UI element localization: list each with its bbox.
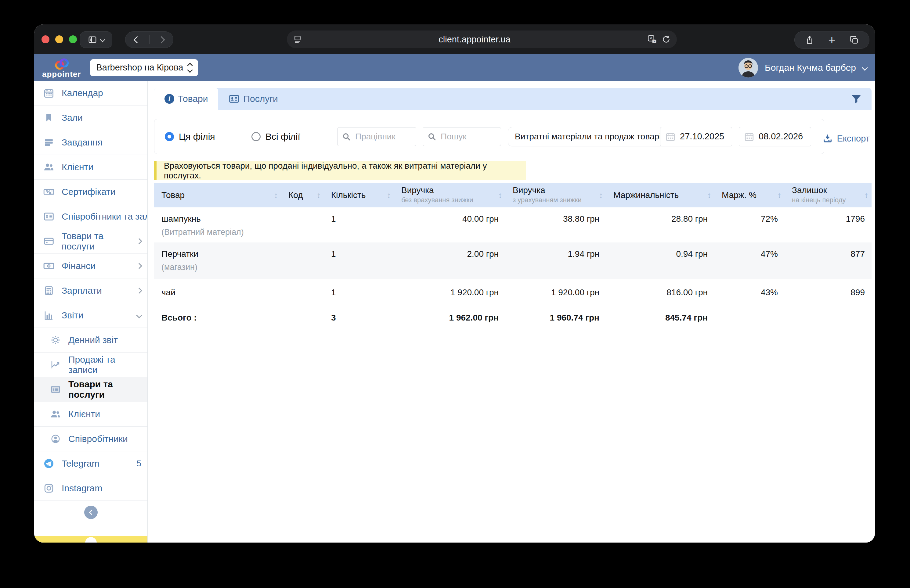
sidebar-item-goods-services[interactable]: Товари та послуги <box>34 229 147 254</box>
tab-bar: i Товари Послуги <box>154 88 871 110</box>
search-icon <box>342 132 351 141</box>
reload-icon[interactable] <box>662 35 671 44</box>
bar-chart-icon <box>43 310 55 321</box>
calendar-icon <box>744 131 755 142</box>
sort-icon[interactable]: ↕ <box>387 191 391 200</box>
share-icon[interactable] <box>805 35 814 45</box>
sort-icon[interactable]: ↕ <box>599 191 603 200</box>
support-bubble <box>85 537 97 543</box>
sidebar-item-staff-halls[interactable]: Співробітники та зали <box>34 204 147 229</box>
filter-icon[interactable] <box>850 93 862 105</box>
table-header-row: Товар↕ Код↕ Кількість↕ Виручкабез врахув… <box>154 183 871 207</box>
user-circle-icon <box>49 434 62 444</box>
bookmark-icon <box>43 113 55 123</box>
id-card-icon <box>228 93 240 104</box>
sidebar-item-clients-report[interactable]: Клієнти <box>34 402 147 426</box>
table-icon <box>49 384 62 395</box>
sort-icon[interactable]: ↕ <box>865 191 869 200</box>
column-header-margin-pct[interactable]: Марж. %↕ <box>714 183 785 207</box>
translate-icon[interactable] <box>647 34 657 45</box>
sidebar-item-staff-report[interactable]: Співробітники <box>34 426 147 451</box>
avatar <box>738 58 758 78</box>
radio-all-branches[interactable]: Всі філії <box>251 131 300 142</box>
sidebar-item-reports[interactable]: Звіти <box>34 303 147 328</box>
money-icon <box>43 260 55 272</box>
browser-window: client.appointer.ua + appointer Barbersh… <box>34 24 875 543</box>
app-logo-text: appointer <box>42 71 81 78</box>
radio-this-branch[interactable]: Ця філія <box>165 131 215 142</box>
sort-icon[interactable]: ↕ <box>498 191 503 200</box>
support-banner[interactable] <box>34 536 147 543</box>
radio-on-icon <box>165 132 174 141</box>
back-button[interactable] <box>125 32 149 48</box>
close-button[interactable] <box>42 36 49 43</box>
zoom-button[interactable] <box>69 36 77 43</box>
sidebar-item-calendar[interactable]: Календар <box>34 81 147 105</box>
search-input[interactable] <box>440 131 497 142</box>
date-from-field[interactable]: 27.10.2025 <box>660 127 732 146</box>
browser-chrome: client.appointer.ua + <box>34 24 875 54</box>
table-row[interactable]: шампукнь(Витратний матеріал) 1 40.00 грн… <box>154 207 871 242</box>
sort-icon[interactable]: ↕ <box>777 191 782 200</box>
user-menu[interactable]: Богдан Кучма барбер <box>738 58 867 78</box>
column-header-revenue[interactable]: Виручкабез врахування знижки↕ <box>394 183 505 207</box>
address-bar[interactable]: client.appointer.ua <box>287 31 677 48</box>
sidebar-item-goods-services-report[interactable]: Товари та послуги <box>34 377 147 402</box>
sidebar-item-instagram[interactable]: Instagram <box>34 476 147 501</box>
category-select[interactable]: Витратні матеріали та продаж товарів <box>508 127 682 146</box>
column-header-code[interactable]: Код↕ <box>281 183 324 207</box>
sort-icon[interactable]: ↕ <box>317 191 321 200</box>
collapse-sidebar-button[interactable] <box>84 506 98 519</box>
sidebar-item-certificates[interactable]: Сертифікати <box>34 179 147 204</box>
download-icon <box>823 133 833 144</box>
column-header-margin[interactable]: Маржинальність↕ <box>606 183 714 207</box>
column-header-quantity[interactable]: Кількість↕ <box>324 183 394 207</box>
filter-box: Ця філія Всі філії <box>154 119 824 154</box>
column-header-stock[interactable]: Залишокна кінець періоду↕ <box>785 183 871 207</box>
users-icon <box>49 409 62 420</box>
sidebar-item-daily-report[interactable]: Денний звіт <box>34 328 147 352</box>
sidebar-toggle-button[interactable] <box>80 31 112 48</box>
category-select-value: Витратні матеріали та продаж товарів <box>515 132 665 142</box>
app-header: appointer Barbershop на Кірова Богдан Ку… <box>34 54 875 81</box>
sidebar-item-clients[interactable]: Клієнти <box>34 155 147 179</box>
telegram-icon <box>43 458 55 469</box>
telegram-badge: 5 <box>136 459 141 468</box>
tab-goods[interactable]: i Товари <box>154 88 218 110</box>
sidebar-item-finances[interactable]: Фінанси <box>34 254 147 278</box>
column-header-product[interactable]: Товар↕ <box>154 183 281 207</box>
sort-icon[interactable]: ↕ <box>274 191 278 200</box>
sidebar-item-tasks[interactable]: Завдання <box>34 130 147 155</box>
forward-button[interactable] <box>149 32 173 48</box>
url-text[interactable]: client.appointer.ua <box>302 34 647 45</box>
calendar-icon <box>43 87 55 99</box>
sidebar-collapse-row <box>34 501 147 524</box>
id-card-icon <box>43 211 55 222</box>
nav-buttons <box>125 31 173 48</box>
chevron-right-icon <box>137 264 141 268</box>
sidebar-item-telegram[interactable]: Telegram5 <box>34 451 147 476</box>
instagram-icon <box>43 483 55 494</box>
table-row[interactable]: Перчатки(магазин) 1 2.00 грн 1.94 грн 0.… <box>154 242 871 279</box>
radio-off-icon <box>251 132 261 141</box>
chevron-down-icon <box>862 65 868 71</box>
search-field[interactable] <box>423 127 501 146</box>
export-button[interactable]: Експорт <box>823 133 870 144</box>
tab-services[interactable]: Послуги <box>218 88 288 110</box>
column-header-revenue-discount[interactable]: Виручказ урахуванням знижки↕ <box>505 183 606 207</box>
select-arrows-icon <box>188 63 192 72</box>
sidebar-item-salaries[interactable]: Зарплати <box>34 278 147 303</box>
employee-search-input[interactable] <box>355 131 412 142</box>
sidebar-item-halls[interactable]: Зали <box>34 105 147 130</box>
sort-icon[interactable]: ↕ <box>708 191 712 200</box>
branch-selector[interactable]: Barbershop на Кірова <box>90 59 198 76</box>
minimize-button[interactable] <box>55 36 63 43</box>
table-row[interactable]: чай 1 1 920.00 грн 1 920.00 грн 816.00 г… <box>154 279 871 306</box>
tabs-overview-icon[interactable] <box>849 35 859 45</box>
sidebar-item-sales-records[interactable]: Продажі та записи <box>34 352 147 377</box>
date-to-field[interactable]: 08.02.2026 <box>739 127 811 146</box>
employee-search-field[interactable] <box>337 127 416 146</box>
goods-table: Товар↕ Код↕ Кількість↕ Виручкабез врахув… <box>154 183 871 330</box>
new-tab-icon[interactable]: + <box>828 34 835 46</box>
reader-icon[interactable] <box>293 35 302 44</box>
